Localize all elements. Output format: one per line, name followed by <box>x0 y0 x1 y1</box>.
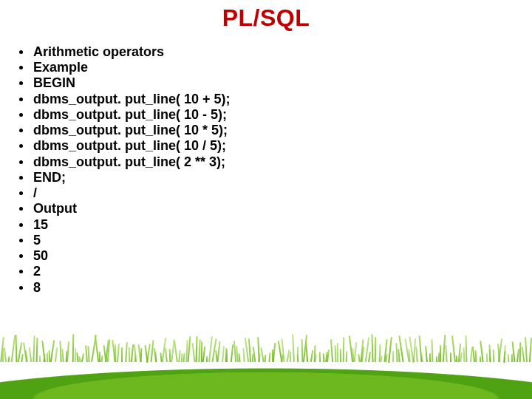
bullet-icon <box>19 144 23 148</box>
bullet-icon <box>19 191 23 195</box>
list-item: / <box>19 185 492 201</box>
grass-blades <box>0 318 532 362</box>
grass-decoration <box>0 318 532 399</box>
bullet-icon <box>19 207 23 211</box>
bullet-icon <box>19 270 23 273</box>
list-item: dbms_output. put_line( 10 - 5); <box>19 107 492 123</box>
bullet-icon <box>19 239 23 242</box>
bullet-icon <box>19 98 23 101</box>
bullet-text: / <box>33 185 37 201</box>
slide: PL/SQL Arithmetic operators Example BEGI… <box>0 0 532 399</box>
list-item: 50 <box>19 248 492 264</box>
list-item: 2 <box>19 264 492 279</box>
bullet-text: dbms_output. put_line( 2 ** 3); <box>33 154 225 170</box>
bullet-text: END; <box>33 170 66 185</box>
bullet-icon <box>19 50 23 54</box>
list-item: Example <box>19 60 492 75</box>
bullet-icon <box>19 160 23 164</box>
bullet-icon <box>19 286 23 290</box>
list-item: dbms_output. put_line( 10 / 5); <box>19 138 492 154</box>
list-item: 8 <box>19 280 492 296</box>
bullet-text: dbms_output. put_line( 10 / 5); <box>33 138 226 154</box>
list-item: dbms_output. put_line( 10 + 5); <box>19 92 492 107</box>
list-item: dbms_output. put_line( 10 * 5); <box>19 123 492 138</box>
list-item: Arithmetic operators <box>19 44 492 60</box>
list-item: Output <box>19 201 492 216</box>
bullet-icon <box>19 176 23 180</box>
bullet-icon <box>19 223 23 227</box>
bullet-icon <box>19 129 23 132</box>
list-item: END; <box>19 170 492 185</box>
bullet-text: 50 <box>33 248 48 264</box>
bullet-text: 2 <box>33 264 41 279</box>
bullet-list: Arithmetic operators Example BEGIN dbms_… <box>19 44 492 296</box>
bullet-icon <box>19 113 23 117</box>
bullet-text: dbms_output. put_line( 10 * 5); <box>33 123 228 138</box>
list-item: dbms_output. put_line( 2 ** 3); <box>19 154 492 170</box>
list-item: BEGIN <box>19 75 492 91</box>
list-item: 15 <box>19 217 492 233</box>
bullet-icon <box>19 66 23 69</box>
bullet-text: 15 <box>33 217 48 233</box>
bullet-text: Output <box>33 201 77 216</box>
list-item: 5 <box>19 233 492 248</box>
bullet-text: Arithmetic operators <box>33 44 164 60</box>
bullet-text: BEGIN <box>33 75 75 91</box>
bullet-text: dbms_output. put_line( 10 + 5); <box>33 92 231 107</box>
bullet-text: dbms_output. put_line( 10 - 5); <box>33 107 227 123</box>
slide-title: PL/SQL <box>0 4 532 32</box>
bullet-text: 5 <box>33 233 41 248</box>
bullet-icon <box>19 254 23 258</box>
bullet-icon <box>19 81 23 85</box>
bullet-text: 8 <box>33 280 41 296</box>
bullet-text: Example <box>33 60 88 75</box>
